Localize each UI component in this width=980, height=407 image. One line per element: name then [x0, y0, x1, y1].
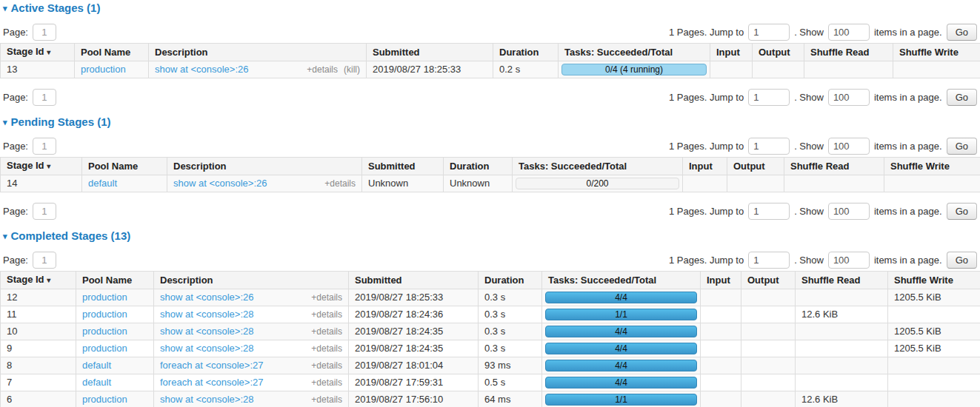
pending-pagination-top: Page: 1 Pages. Jump to . Show items in a…: [0, 136, 980, 155]
col-description[interactable]: Description: [154, 272, 349, 289]
input-cell: [701, 323, 741, 340]
details-toggle[interactable]: +details: [311, 377, 342, 388]
table-row: 12productionshow at <console>:26+details…: [1, 289, 980, 306]
sort-arrow-icon: ▾: [47, 162, 50, 170]
col-tasks[interactable]: Tasks: Succeeded/Total: [513, 158, 683, 175]
col-duration[interactable]: Duration: [493, 44, 559, 61]
col-input[interactable]: Input: [683, 158, 727, 175]
col-duration[interactable]: Duration: [479, 272, 542, 289]
col-pool-name[interactable]: Pool Name: [76, 272, 154, 289]
input-cell: [710, 61, 753, 78]
pool-link[interactable]: default: [82, 360, 111, 371]
col-shuffle-write[interactable]: Shuffle Write: [884, 158, 980, 175]
page-label: Page:: [3, 206, 28, 217]
duration-cell: 0.3 s: [479, 340, 542, 357]
details-toggle[interactable]: +details: [311, 360, 342, 371]
jump-to-page-input[interactable]: [748, 203, 790, 220]
col-output[interactable]: Output: [741, 272, 796, 289]
col-description[interactable]: Description: [149, 44, 367, 61]
pending-stages-heading[interactable]: ▾Pending Stages (1): [3, 115, 980, 130]
jump-to-page-input[interactable]: [748, 252, 790, 269]
jump-to-page-input[interactable]: [748, 138, 790, 155]
shuffle-read-cell: 12.6 KiB: [796, 306, 888, 323]
submitted-cell: 2019/08/27 18:25:33: [349, 289, 479, 306]
col-submitted[interactable]: Submitted: [349, 272, 479, 289]
col-shuffle-read[interactable]: Shuffle Read: [784, 158, 884, 175]
submitted-cell: 2019/08/27 18:24:35: [349, 323, 479, 340]
col-input[interactable]: Input: [710, 44, 753, 61]
col-stage-id[interactable]: Stage Id ▾: [1, 272, 76, 289]
pool-link[interactable]: production: [82, 309, 127, 320]
items-per-page-input[interactable]: [828, 138, 870, 155]
col-description[interactable]: Description: [167, 158, 362, 175]
go-button[interactable]: Go: [947, 252, 977, 269]
description-link[interactable]: show at <console>:26: [155, 64, 248, 75]
active-stages-heading[interactable]: ▾Active Stages (1): [3, 1, 980, 16]
pool-link[interactable]: production: [82, 394, 127, 405]
col-pool-name[interactable]: Pool Name: [75, 44, 149, 61]
page-number-input[interactable]: [33, 24, 56, 41]
pool-link[interactable]: production: [82, 343, 127, 354]
shuffle-read-cell: [796, 340, 888, 357]
page-number-input[interactable]: [33, 89, 56, 106]
col-stage-id[interactable]: Stage Id ▾: [1, 158, 82, 175]
details-toggle[interactable]: +details: [311, 326, 342, 337]
col-tasks[interactable]: Tasks: Succeeded/Total: [542, 272, 701, 289]
header-row: Stage Id ▾ Pool Name Description Submitt…: [1, 272, 980, 289]
page-number-input[interactable]: [33, 252, 56, 269]
page-number-input[interactable]: [33, 138, 56, 155]
go-button[interactable]: Go: [947, 24, 977, 41]
col-pool-name[interactable]: Pool Name: [82, 158, 167, 175]
description-link[interactable]: show at <console>:28: [160, 343, 253, 354]
jump-to-page-input[interactable]: [748, 24, 790, 41]
description-link[interactable]: show at <console>:26: [173, 178, 267, 189]
details-toggle[interactable]: +details: [311, 394, 342, 406]
tasks-progress-bar: 4/4: [545, 326, 697, 337]
pages-count-text: 1 Pages. Jump to: [669, 206, 744, 217]
details-toggle[interactable]: +details: [311, 292, 342, 303]
items-per-page-input[interactable]: [828, 252, 870, 269]
col-output[interactable]: Output: [727, 158, 784, 175]
col-duration[interactable]: Duration: [444, 158, 513, 175]
go-button[interactable]: Go: [947, 203, 977, 220]
items-per-page-input[interactable]: [828, 203, 870, 220]
details-toggle[interactable]: +details: [324, 178, 356, 189]
description-link[interactable]: foreach at <console>:27: [160, 377, 264, 388]
description-link[interactable]: show at <console>:28: [160, 309, 253, 320]
pool-link[interactable]: default: [82, 377, 111, 388]
description-link[interactable]: show at <console>:28: [160, 394, 253, 406]
col-submitted[interactable]: Submitted: [362, 158, 444, 175]
description-link[interactable]: foreach at <console>:27: [160, 360, 264, 371]
pool-link[interactable]: production: [82, 326, 127, 337]
page-number-input[interactable]: [33, 203, 56, 220]
col-shuffle-write[interactable]: Shuffle Write: [893, 44, 980, 61]
go-button[interactable]: Go: [947, 89, 977, 106]
col-stage-id[interactable]: Stage Id ▾: [1, 44, 75, 61]
pool-link[interactable]: production: [82, 292, 127, 303]
description-link[interactable]: show at <console>:26: [160, 292, 253, 303]
tasks-progress-bar: 1/1: [545, 394, 697, 406]
jump-to-page-input[interactable]: [748, 89, 790, 106]
kill-link[interactable]: (kill): [344, 64, 360, 75]
col-shuffle-read[interactable]: Shuffle Read: [804, 44, 893, 61]
col-input[interactable]: Input: [701, 272, 741, 289]
completed-stages-heading[interactable]: ▾Completed Stages (13): [3, 229, 980, 243]
details-toggle[interactable]: +details: [311, 343, 342, 354]
submitted-cell: 2019/08/27 18:24:35: [349, 340, 479, 357]
stage-id-cell: 6: [1, 391, 76, 407]
col-output[interactable]: Output: [753, 44, 804, 61]
description-link[interactable]: show at <console>:28: [160, 326, 253, 337]
go-button[interactable]: Go: [947, 138, 977, 155]
col-shuffle-read[interactable]: Shuffle Read: [796, 272, 888, 289]
details-toggle[interactable]: +details: [311, 309, 342, 320]
details-toggle[interactable]: +details: [307, 64, 338, 75]
col-submitted[interactable]: Submitted: [367, 44, 493, 61]
items-per-page-input[interactable]: [828, 24, 870, 41]
items-per-page-input[interactable]: [828, 89, 870, 106]
col-tasks[interactable]: Tasks: Succeeded/Total: [559, 44, 710, 61]
shuffle-read-cell: [784, 175, 884, 192]
col-shuffle-write[interactable]: Shuffle Write: [888, 272, 980, 289]
input-cell: [701, 306, 741, 323]
pool-link[interactable]: default: [88, 178, 117, 189]
pool-link[interactable]: production: [81, 64, 126, 75]
